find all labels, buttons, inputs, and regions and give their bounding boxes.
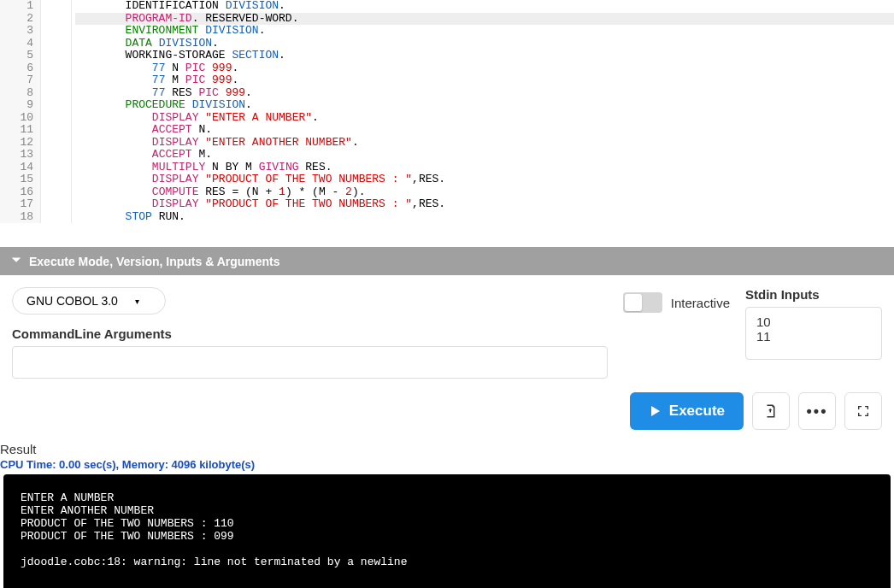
code-line[interactable]: COMPUTE RES = (N + 1) * (M - 2). bbox=[75, 186, 894, 199]
code-line[interactable]: PROCEDURE DIVISION. bbox=[75, 99, 894, 112]
line-number: 3 bbox=[7, 25, 33, 38]
line-number: 5 bbox=[7, 50, 33, 62]
code-line[interactable]: DISPLAY "ENTER ANOTHER NUMBER". bbox=[75, 137, 894, 150]
code-line[interactable]: DISPLAY "PRODUCT OF THE TWO NUMBERS : ",… bbox=[75, 198, 894, 211]
line-gutter: 123456789101112131415161718 bbox=[0, 0, 41, 223]
interactive-label: Interactive bbox=[671, 296, 730, 310]
interactive-toggle[interactable] bbox=[623, 292, 662, 313]
fullscreen-button[interactable] bbox=[844, 392, 882, 430]
interactive-toggle-block: Interactive bbox=[623, 292, 730, 313]
save-button[interactable] bbox=[752, 392, 790, 430]
line-number: 1 bbox=[7, 0, 33, 13]
line-number: 13 bbox=[7, 149, 33, 162]
execute-button-label: Execute bbox=[669, 403, 725, 420]
code-line[interactable]: ACCEPT N. bbox=[75, 124, 894, 137]
line-number: 2 bbox=[7, 13, 33, 26]
execute-button[interactable]: Execute bbox=[630, 392, 744, 430]
caret-down-icon: ▾ bbox=[135, 297, 139, 306]
code-line[interactable]: 77 N PIC 999. bbox=[75, 62, 894, 75]
button-row: Execute ••• bbox=[0, 379, 894, 438]
line-number: 11 bbox=[7, 124, 33, 137]
stdin-label: Stdin Inputs bbox=[745, 287, 882, 302]
line-number: 17 bbox=[7, 198, 33, 211]
code-line[interactable]: PROGRAM-ID. RESERVED-WORD. bbox=[75, 13, 894, 26]
code-line[interactable]: STOP RUN. bbox=[75, 211, 894, 224]
version-select-value: GNU COBOL 3.0 bbox=[26, 294, 118, 308]
cmdline-label: CommandLine Arguments bbox=[12, 326, 608, 341]
line-number: 15 bbox=[7, 173, 33, 186]
code-line[interactable]: ENVIRONMENT DIVISION. bbox=[75, 25, 894, 38]
code-line[interactable]: MULTIPLY N BY M GIVING RES. bbox=[75, 162, 894, 174]
line-number: 10 bbox=[7, 112, 33, 125]
line-number: 18 bbox=[7, 211, 33, 224]
more-button[interactable]: ••• bbox=[798, 392, 836, 430]
line-number: 14 bbox=[7, 162, 33, 174]
line-number: 16 bbox=[7, 186, 33, 199]
version-select[interactable]: GNU COBOL 3.0 ▾ bbox=[12, 287, 166, 315]
cmdline-input[interactable] bbox=[12, 346, 608, 379]
execute-section-header[interactable]: Execute Mode, Version, Inputs & Argument… bbox=[0, 247, 894, 275]
file-upload-icon bbox=[763, 403, 779, 419]
code-line[interactable]: ACCEPT M. bbox=[75, 149, 894, 162]
expand-icon bbox=[856, 404, 870, 418]
editor-margin bbox=[41, 0, 72, 223]
result-stats: CPU Time: 0.00 sec(s), Memory: 4096 kilo… bbox=[0, 458, 894, 474]
line-number: 9 bbox=[7, 99, 33, 112]
controls-row: GNU COBOL 3.0 ▾ CommandLine Arguments In… bbox=[0, 275, 894, 379]
code-line[interactable]: WORKING-STORAGE SECTION. bbox=[75, 50, 894, 62]
code-line[interactable]: DATA DIVISION. bbox=[75, 38, 894, 50]
stdin-input[interactable]: 10 11 bbox=[745, 307, 882, 360]
play-icon bbox=[649, 404, 662, 418]
chevron-down-icon bbox=[10, 254, 22, 268]
code-line[interactable]: 77 RES PIC 999. bbox=[75, 87, 894, 100]
code-editor[interactable]: 123456789101112131415161718 IDENTIFICATI… bbox=[0, 0, 894, 230]
code-line[interactable]: IDENTIFICATION DIVISION. bbox=[75, 0, 894, 13]
code-area[interactable]: IDENTIFICATION DIVISION. PROGRAM-ID. RES… bbox=[72, 0, 894, 223]
toggle-knob bbox=[625, 294, 642, 311]
line-number: 7 bbox=[7, 74, 33, 87]
line-number: 4 bbox=[7, 38, 33, 50]
ellipsis-icon: ••• bbox=[807, 403, 828, 420]
stdin-block: Stdin Inputs 10 11 bbox=[745, 287, 882, 360]
line-number: 12 bbox=[7, 137, 33, 150]
output-terminal[interactable]: ENTER A NUMBER ENTER ANOTHER NUMBER PROD… bbox=[3, 474, 891, 588]
code-line[interactable]: DISPLAY "PRODUCT OF THE TWO NUMBERS : ",… bbox=[75, 173, 894, 186]
line-number: 8 bbox=[7, 87, 33, 100]
result-label: Result bbox=[0, 438, 894, 458]
section-title: Execute Mode, Version, Inputs & Argument… bbox=[29, 255, 280, 268]
code-line[interactable]: 77 M PIC 999. bbox=[75, 74, 894, 87]
code-line[interactable]: DISPLAY "ENTER A NUMBER". bbox=[75, 112, 894, 125]
line-number: 6 bbox=[7, 62, 33, 75]
